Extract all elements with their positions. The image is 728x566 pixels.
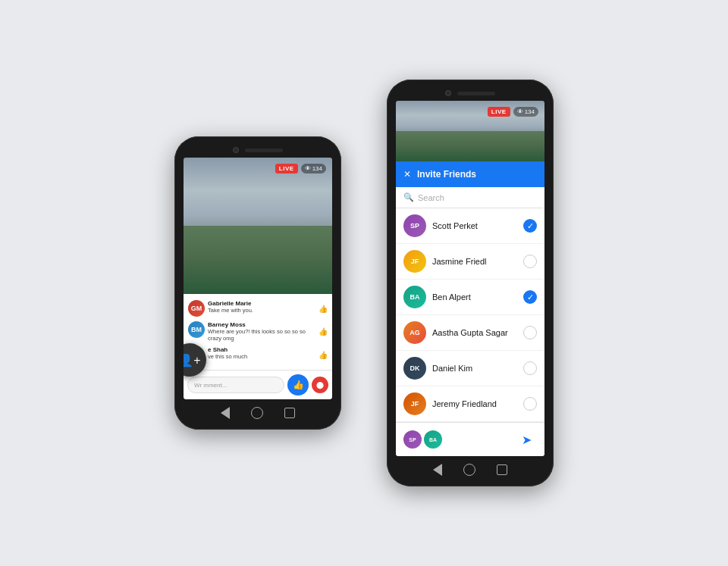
eye-icon-right: 👁 <box>517 108 523 115</box>
phone-right: LIVE 👁 134 ✕ Invite Friends 🔍 Search <box>387 80 554 486</box>
invite-title: Invite Friends <box>417 169 476 180</box>
friend-item-ben[interactable]: BA Ben Alpert ✓ <box>396 280 544 315</box>
phone-top-bar-left <box>233 147 283 153</box>
friend-name-jasmine: Jasmine Friedl <box>432 257 517 266</box>
check-jasmine[interactable] <box>523 255 537 268</box>
friend-name-daniel: Daniel Kim <box>432 364 517 373</box>
video-land <box>184 226 332 294</box>
avatar-jasmine: JF <box>403 250 426 273</box>
comment-input[interactable]: Wr mment... <box>187 377 284 393</box>
video-land-right <box>396 131 544 161</box>
close-invite-button[interactable]: ✕ <box>403 169 411 180</box>
comment-name-2: Barney Moss <box>208 321 315 328</box>
check-jeremy[interactable] <box>523 397 537 411</box>
friend-item-scott[interactable]: SP Scott Perket ✓ <box>396 208 544 244</box>
friend-item-jasmine[interactable]: JF Jasmine Friedl <box>396 244 544 280</box>
check-aastha[interactable] <box>523 326 537 339</box>
live-badge-left: LIVE 👁 134 <box>275 164 326 174</box>
check-daniel[interactable] <box>523 361 537 375</box>
check-scott[interactable]: ✓ <box>523 219 537 233</box>
back-nav-left[interactable] <box>221 407 230 419</box>
avatar-jeremy: JF <box>403 392 426 415</box>
friend-name-jeremy: Jeremy Friedland <box>432 399 517 408</box>
eye-icon-left: 👁 <box>305 165 311 172</box>
live-pill-left: LIVE <box>275 164 298 174</box>
comment-text-3: ve this so much <box>208 353 315 360</box>
home-nav-right[interactable] <box>463 464 475 476</box>
like-icon-3[interactable]: 👍 <box>318 351 328 359</box>
home-nav-left[interactable] <box>251 407 263 419</box>
video-area-left: LIVE 👁 134 <box>184 158 332 294</box>
camera-dot-right <box>445 90 451 96</box>
comment-bar: 👤+ Wr mment... 👍 ⬤ <box>184 370 332 399</box>
speaker-bar-right <box>457 92 495 95</box>
phone-left: LIVE 👁 134 GM Gabrielle Marie Take me wi… <box>174 136 341 430</box>
stop-button[interactable]: ⬤ <box>312 377 328 393</box>
video-background <box>184 158 332 294</box>
avatar-barney: BM <box>188 321 205 338</box>
view-count-right: 👁 134 <box>513 107 538 117</box>
back-nav-right[interactable] <box>433 464 442 476</box>
avatar-ben: BA <box>403 286 426 308</box>
friend-name-scott: Scott Perket <box>432 221 517 230</box>
friend-list: SP Scott Perket ✓ JF Jasmine Friedl BA B… <box>396 208 544 422</box>
like-button-blue[interactable]: 👍 <box>287 374 309 396</box>
scene: LIVE 👁 134 GM Gabrielle Marie Take me wi… <box>174 80 554 486</box>
speaker-bar <box>245 149 283 152</box>
phone-top-bar-right <box>445 90 495 96</box>
friend-item-daniel[interactable]: DK Daniel Kim <box>396 351 544 386</box>
like-icon-2[interactable]: 👍 <box>318 327 328 336</box>
add-friend-icon: 👤+ <box>184 353 201 367</box>
avatar-aastha: AG <box>403 321 426 344</box>
thumbs-up-icon: 👍 <box>293 380 304 390</box>
view-count-left: 👁 134 <box>301 164 326 174</box>
stop-icon: ⬤ <box>316 381 324 389</box>
comment-name-1: Gabrielle Marie <box>208 300 315 307</box>
live-pill-right: LIVE <box>488 107 510 117</box>
comment-text-1: Take me with you. <box>208 307 315 314</box>
camera-dot <box>233 147 239 153</box>
friend-name-ben: Ben Alpert <box>432 292 517 302</box>
invite-search-bar[interactable]: 🔍 Search <box>396 187 544 208</box>
comment-name-3: e Shah <box>208 346 315 353</box>
send-invite-button[interactable]: ➤ <box>516 429 537 450</box>
invite-header: ✕ Invite Friends <box>396 161 544 187</box>
phone-bottom-bar-left <box>221 407 295 419</box>
invite-bottom-bar: SP BA ➤ <box>396 422 544 456</box>
video-area-right: LIVE 👁 134 <box>396 101 544 161</box>
friend-name-aastha: Aastha Gupta Sagar <box>432 328 517 337</box>
send-icon: ➤ <box>522 433 532 447</box>
phone-screen-right: LIVE 👁 134 ✕ Invite Friends 🔍 Search <box>396 101 544 456</box>
comment-item-2: BM Barney Moss Where are you?! this look… <box>188 321 328 342</box>
friend-item-jeremy[interactable]: JF Jeremy Friedland <box>396 386 544 422</box>
check-ben[interactable]: ✓ <box>523 290 537 304</box>
invited-avatars: SP BA <box>403 430 513 449</box>
phone-screen-left: LIVE 👁 134 GM Gabrielle Marie Take me wi… <box>184 158 332 399</box>
recents-nav-left[interactable] <box>284 408 295 418</box>
comment-item-1: GM Gabrielle Marie Take me with you. 👍 <box>188 300 328 317</box>
invite-overlay: ✕ Invite Friends 🔍 Search SP Scott Perke… <box>396 161 544 456</box>
avatar-scott: SP <box>403 214 426 237</box>
comment-text-2: Where are you?! this looks so so so so c… <box>208 328 315 342</box>
recents-nav-right[interactable] <box>497 464 507 475</box>
live-badge-right: LIVE 👁 134 <box>488 107 538 117</box>
avatar-gabrielle: GM <box>188 300 205 317</box>
comment-item-3: S e Shah ve this so much 👍 <box>188 346 328 363</box>
like-icon-1[interactable]: 👍 <box>318 305 328 313</box>
phone-bottom-bar-right <box>433 464 507 476</box>
friend-item-aastha[interactable]: AG Aastha Gupta Sagar <box>396 315 544 351</box>
invited-avatar-ben: BA <box>424 430 442 449</box>
search-icon: 🔍 <box>403 192 414 202</box>
search-placeholder: Search <box>418 193 444 202</box>
avatar-daniel: DK <box>403 357 426 380</box>
invited-avatar-scott: SP <box>403 430 422 449</box>
